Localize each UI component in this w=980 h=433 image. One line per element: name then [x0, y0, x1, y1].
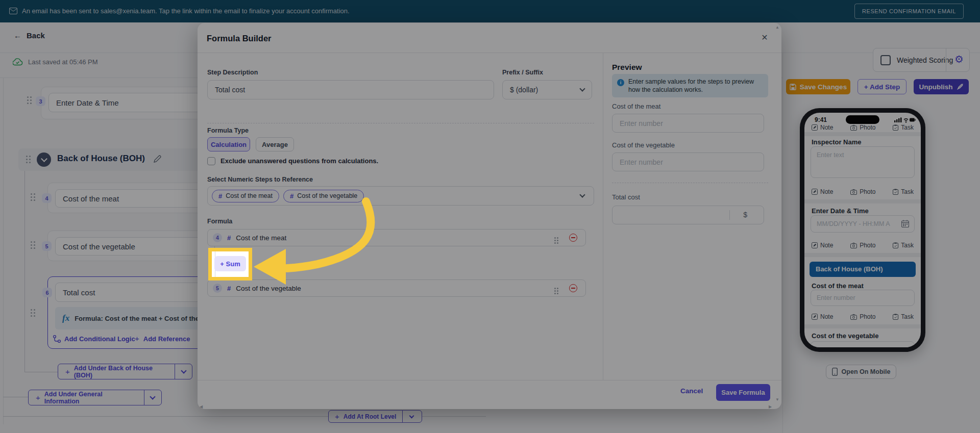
dim-overlay	[0, 0, 980, 433]
tutorial-arrow	[240, 189, 393, 301]
